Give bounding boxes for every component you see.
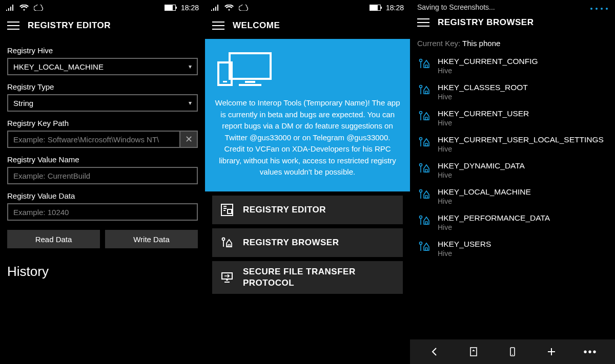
svg-point-7 (222, 238, 225, 240)
read-data-button[interactable]: Read Data (7, 230, 100, 248)
pane-registry-browser: Saving to Screenshots... REGISTRY BROWSE… (410, 0, 615, 364)
sftp-icon (220, 271, 234, 284)
nav-label: REGISTRY EDITOR (243, 205, 326, 215)
battery-icon (370, 5, 381, 11)
hive-item[interactable]: HKEY_CURRENT_CONFIGHive (413, 53, 612, 79)
hive-type: Hive (438, 223, 550, 231)
nav-sftp[interactable]: SECURE FILE TRANSFER PROTOCOL (212, 261, 403, 294)
welcome-text: Welcome to Interop Tools (Temporary Name… (214, 97, 401, 178)
svg-point-10 (420, 59, 422, 62)
hive-name: HKEY_CURRENT_USER_LOCAL_SETTINGS (438, 135, 604, 144)
status-bar: 18:28 (0, 0, 205, 15)
hive-name: HKEY_LOCAL_MACHINE (438, 187, 531, 197)
svg-rect-2 (239, 84, 261, 86)
loading-dots-icon (587, 3, 608, 11)
more-button[interactable]: ••• (579, 340, 602, 363)
svg-point-22 (420, 216, 422, 219)
page-up-button[interactable] (462, 340, 485, 363)
hive-item[interactable]: HKEY_USERSHive (413, 235, 612, 262)
nav-label: SECURE FILE TRANSFER PROTOCOL (243, 266, 395, 288)
svg-point-18 (420, 164, 422, 166)
hive-icon (418, 241, 432, 252)
svg-point-14 (420, 112, 422, 114)
nav-registry-browser[interactable]: REGISTRY BROWSER (212, 228, 403, 257)
hive-type: Hive (438, 249, 491, 258)
hamburger-icon[interactable] (7, 22, 19, 30)
svg-rect-8 (228, 245, 230, 247)
label-type: Registry Type (7, 82, 198, 91)
input-valuename[interactable]: Example: CurrentBuild (7, 167, 198, 184)
signal-icon (6, 5, 14, 11)
svg-point-20 (420, 190, 422, 192)
app-bar: REGISTRY BROWSER (410, 12, 615, 36)
hive-icon (418, 162, 432, 174)
saving-text: Saving to Screenshots... (417, 3, 495, 11)
current-key-value: This phone (462, 39, 500, 48)
pane-registry-editor: 18:28 REGISTRY EDITOR Registry Hive HKEY… (0, 0, 205, 364)
select-hive-value: HKEY_LOCAL_MACHINE (13, 62, 104, 71)
status-bar: 18:28 (205, 0, 410, 15)
battery-icon (165, 5, 176, 11)
add-button[interactable] (540, 340, 563, 363)
nav-registry-editor[interactable]: REGISTRY EDITOR (212, 196, 403, 224)
write-data-button[interactable]: Write Data (105, 230, 198, 248)
registry-editor-icon (220, 203, 234, 217)
nav-label: REGISTRY BROWSER (243, 238, 339, 248)
pane-welcome: 18:28 WELCOME Welcome to Interop Tools (… (205, 0, 410, 364)
hive-item[interactable]: HKEY_CURRENT_USERHive (413, 105, 612, 131)
hive-item[interactable]: HKEY_LOCAL_MACHINEHive (413, 183, 612, 209)
hive-icon (418, 136, 432, 147)
hive-icon (418, 58, 432, 69)
devices-icon (214, 49, 401, 90)
select-type-value: String (13, 99, 33, 108)
hamburger-icon[interactable] (212, 22, 224, 30)
page-title: REGISTRY BROWSER (438, 17, 534, 28)
hive-type: Hive (438, 171, 525, 179)
hive-name: HKEY_PERFORMANCE_DATA (438, 213, 550, 223)
input-valuedata[interactable]: Example: 10240 (7, 203, 198, 221)
hive-type: Hive (438, 67, 538, 75)
status-time: 18:28 (181, 4, 199, 12)
svg-rect-1 (245, 81, 255, 83)
page-title: REGISTRY EDITOR (28, 20, 111, 31)
back-button[interactable] (423, 340, 446, 363)
svg-rect-6 (228, 209, 232, 213)
history-heading: History (7, 264, 198, 280)
hive-name: HKEY_CLASSES_ROOT (438, 83, 528, 92)
hive-item[interactable]: HKEY_CURRENT_USER_LOCAL_SETTINGSHive (413, 131, 612, 157)
select-hive[interactable]: HKEY_LOCAL_MACHINE ▾ (7, 58, 198, 75)
hive-item[interactable]: HKEY_CLASSES_ROOTHive (413, 79, 612, 105)
svg-point-24 (420, 242, 422, 245)
saving-toast: Saving to Screenshots... (410, 0, 615, 12)
hive-icon (418, 188, 432, 200)
svg-point-28 (512, 354, 513, 355)
phone-button[interactable] (501, 340, 524, 363)
hive-name: HKEY_DYNAMIC_DATA (438, 161, 525, 170)
label-valuename: Registry Value Name (7, 155, 198, 164)
hive-name: HKEY_CURRENT_CONFIG (438, 57, 538, 66)
label-valuedata: Registry Value Data (7, 191, 198, 200)
hive-item[interactable]: HKEY_PERFORMANCE_DATAHive (413, 209, 612, 235)
svg-rect-4 (223, 81, 227, 82)
app-bar: REGISTRY EDITOR (0, 15, 205, 39)
input-keypath[interactable]: Example: Software\Microsoft\Windows NT\ (7, 131, 180, 148)
app-bar: WELCOME (205, 15, 410, 39)
hive-type: Hive (438, 145, 604, 153)
select-type[interactable]: String ▾ (7, 94, 198, 112)
chevron-down-icon: ▾ (189, 63, 192, 70)
clear-button[interactable]: ✕ (180, 131, 198, 148)
hive-type: Hive (438, 93, 528, 101)
registry-browser-icon (220, 236, 234, 249)
signal-icon (211, 5, 219, 11)
current-key-label: Current Key: (417, 39, 462, 48)
hive-item[interactable]: HKEY_DYNAMIC_DATAHive (413, 157, 612, 183)
hamburger-icon[interactable] (417, 18, 429, 27)
chevron-down-icon: ▾ (189, 99, 192, 106)
bottom-app-bar: ••• (410, 339, 615, 364)
welcome-hero: Welcome to Interop Tools (Temporary Name… (205, 39, 410, 191)
svg-point-16 (420, 138, 422, 140)
hive-icon (418, 84, 432, 95)
current-key: Current Key: This phone (410, 36, 615, 53)
hive-icon (418, 215, 432, 226)
more-icon: ••• (583, 346, 597, 358)
